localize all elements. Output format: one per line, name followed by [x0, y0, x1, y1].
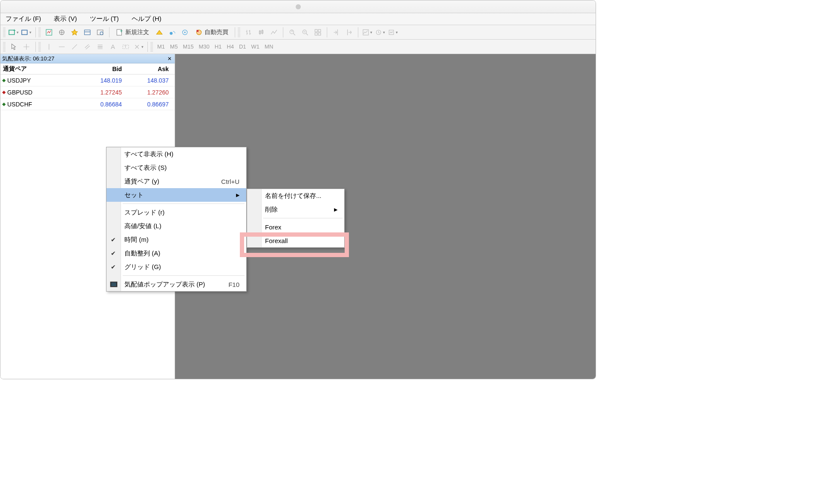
- timeframe-w1[interactable]: W1: [249, 43, 262, 50]
- column-ask[interactable]: Ask: [128, 66, 175, 72]
- zoom-out-button[interactable]: [300, 27, 311, 38]
- new-chart-button[interactable]: +: [8, 27, 19, 38]
- menu-autoarrange[interactable]: ✔自動整列 (A): [107, 246, 246, 260]
- svg-point-13: [170, 32, 173, 34]
- titlebar-dot: [296, 4, 301, 9]
- menu-highlow[interactable]: 高値/安値 (L): [107, 219, 246, 233]
- vps-button[interactable]: [179, 27, 190, 38]
- autotrade-button[interactable]: 自動売買: [192, 27, 231, 38]
- toolbar-main: + +新規注文 自動売買 +: [0, 25, 596, 40]
- menu-set[interactable]: セット▶: [107, 188, 246, 202]
- zoom-in-button[interactable]: +: [287, 27, 298, 38]
- signals-button[interactable]: [167, 27, 178, 38]
- market-watch-button[interactable]: [43, 27, 55, 38]
- menu-time[interactable]: ✔時間 (m): [107, 233, 246, 246]
- symbol-name: USDCHF: [7, 101, 32, 108]
- symbol-name: USDJPY: [7, 77, 31, 84]
- toolbar-drawing: A T M1M5M15M30H1H4D1W1MN: [0, 40, 596, 54]
- arrow-up-icon: ◆: [2, 77, 6, 83]
- text-button[interactable]: A: [107, 41, 118, 52]
- ask-price: 0.86697: [128, 101, 175, 108]
- line-chart-button[interactable]: [268, 27, 279, 38]
- svg-point-10: [100, 32, 103, 34]
- window-titlebar: [0, 0, 596, 13]
- templates-button[interactable]: [387, 27, 398, 38]
- cursor-button[interactable]: [8, 41, 19, 52]
- column-symbol[interactable]: 通貨ペア: [0, 65, 81, 73]
- svg-point-15: [184, 32, 185, 33]
- svg-text:+: +: [13, 29, 16, 33]
- menu-symbols[interactable]: 通貨ペア (y)Ctrl+U: [107, 175, 246, 188]
- tile-windows-button[interactable]: [312, 27, 323, 38]
- svg-line-23: [293, 33, 295, 35]
- menu-forexall[interactable]: Forexall: [247, 234, 344, 247]
- menu-show-all[interactable]: すべて表示 (S): [107, 161, 246, 175]
- timeframe-m30[interactable]: M30: [196, 43, 212, 50]
- svg-rect-34: [363, 29, 369, 35]
- market-watch-row[interactable]: ◆USDJPY148.019148.037: [0, 74, 175, 86]
- toolbar-grip-icon: [238, 28, 240, 37]
- market-watch-row[interactable]: ◆GBPUSD1.272451.27260: [0, 86, 175, 98]
- terminal-button[interactable]: [82, 27, 93, 38]
- market-watch-row[interactable]: ◆USDCHF0.866840.86697: [0, 98, 175, 110]
- panel-title-text: 気配値表示: 06:10:27: [2, 55, 55, 63]
- timeframe-mn[interactable]: MN: [262, 43, 276, 50]
- svg-rect-7: [84, 30, 90, 34]
- menu-forex[interactable]: Forex: [247, 220, 344, 234]
- timeframe-m15[interactable]: M15: [180, 43, 196, 50]
- horizontal-line-button[interactable]: [56, 41, 67, 52]
- close-icon[interactable]: ✕: [166, 55, 173, 62]
- timeframe-d1[interactable]: D1: [236, 43, 249, 50]
- candlestick-button[interactable]: [256, 27, 267, 38]
- vertical-line-button[interactable]: [43, 41, 55, 52]
- metaquotes-button[interactable]: [154, 27, 165, 38]
- menu-popup-prices[interactable]: 気配値ポップアップ表示 (P)F10: [107, 278, 246, 291]
- svg-rect-28: [315, 29, 317, 32]
- trendline-button[interactable]: [69, 41, 80, 52]
- periodicity-button[interactable]: [374, 27, 386, 38]
- profiles-button[interactable]: [21, 27, 32, 38]
- svg-line-41: [72, 44, 77, 49]
- timeframe-m1[interactable]: M1: [155, 43, 167, 50]
- popup-icon: [110, 281, 118, 287]
- timeframe-h4[interactable]: H4: [224, 43, 236, 50]
- menu-help[interactable]: ヘルプ (H): [129, 14, 164, 24]
- check-icon: ✔: [111, 236, 116, 243]
- menu-spread[interactable]: スプレッド (r): [107, 206, 246, 219]
- bar-chart-button[interactable]: [243, 27, 254, 38]
- menubar: ファイル (F) 表示 (V) ツール (T) ヘルプ (H): [0, 13, 596, 25]
- ask-price: 148.037: [128, 77, 175, 84]
- crosshair-button[interactable]: [21, 41, 32, 52]
- fibonacci-button[interactable]: [95, 41, 106, 52]
- equidistant-channel-button[interactable]: [82, 41, 93, 52]
- menu-delete[interactable]: 削除▶: [247, 203, 344, 216]
- objects-button[interactable]: [133, 41, 144, 52]
- new-order-button[interactable]: +新規注文: [113, 27, 152, 38]
- data-window-button[interactable]: [56, 27, 67, 38]
- navigator-button[interactable]: [69, 27, 80, 38]
- text-label-button[interactable]: T: [120, 41, 131, 52]
- svg-text:+: +: [291, 29, 293, 34]
- svg-rect-17: [196, 30, 199, 32]
- timeframe-h1[interactable]: H1: [212, 43, 225, 50]
- shift-chart-button[interactable]: [331, 27, 342, 38]
- toolbar-grip-icon: [38, 28, 41, 37]
- toolbar-grip-icon: [3, 28, 6, 37]
- timeframe-m5[interactable]: M5: [167, 43, 180, 50]
- menu-hide-all[interactable]: すべて非表示 (H): [107, 147, 246, 161]
- menu-tools[interactable]: ツール (T): [87, 14, 121, 24]
- strategy-tester-button[interactable]: [95, 27, 106, 38]
- menu-file[interactable]: ファイル (F): [3, 14, 43, 24]
- bid-price: 148.019: [81, 77, 128, 84]
- market-watch-header: 通貨ペア Bid Ask: [0, 63, 175, 74]
- column-bid[interactable]: Bid: [81, 66, 128, 72]
- menu-view[interactable]: 表示 (V): [51, 14, 79, 24]
- autoscroll-button[interactable]: [343, 27, 354, 38]
- panel-titlebar[interactable]: 気配値表示: 06:10:27 ✕: [0, 54, 175, 63]
- indicators-button[interactable]: [362, 27, 373, 38]
- menu-grid[interactable]: ✔グリッド (G): [107, 260, 246, 274]
- svg-text:T: T: [124, 45, 127, 49]
- arrow-down-icon: ◆: [2, 89, 6, 95]
- menu-save-as[interactable]: 名前を付けて保存...: [247, 189, 344, 203]
- bid-price: 1.27245: [81, 89, 128, 96]
